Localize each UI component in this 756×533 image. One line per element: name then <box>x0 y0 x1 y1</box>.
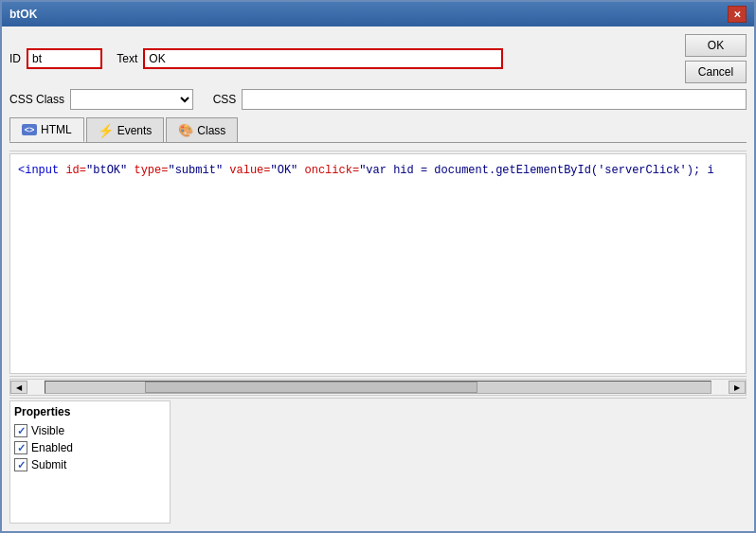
properties-box: Properties ✓ Visible ✓ Enabled <box>9 400 171 524</box>
submit-checkbox[interactable]: ✓ <box>14 458 27 471</box>
code-line-1: <input id="btOK" type="submit" value="OK… <box>18 162 738 179</box>
ok-button[interactable]: OK <box>685 34 747 57</box>
scrollbar-track <box>45 381 711 394</box>
code-attr-id: id= <box>65 164 86 177</box>
separator-bottom <box>9 376 747 377</box>
tab-html[interactable]: <> HTML <box>9 117 84 142</box>
scrollbar-thumb[interactable] <box>145 382 477 393</box>
html-icon: <> <box>22 122 37 137</box>
tab-html-label: HTML <box>41 123 72 136</box>
tab-events[interactable]: ⚡ Events <box>86 117 165 142</box>
title-bar: btOK ✕ <box>2 2 754 27</box>
top-row: ID Text OK Cancel <box>9 34 747 83</box>
title-bar-buttons: ✕ <box>728 6 747 23</box>
scroll-right-button[interactable]: ▶ <box>729 381 746 394</box>
css-value-input[interactable] <box>242 89 747 110</box>
class-icon: 🎨 <box>178 123 193 138</box>
css-label: CSS <box>213 93 237 106</box>
window: btOK ✕ ID Text OK Cancel CSS Class <box>0 0 756 533</box>
window-title: btOK <box>9 8 37 21</box>
code-area: <input id="btOK" type="submit" value="OK… <box>9 153 747 374</box>
tabs-container: <> HTML ⚡ Events 🎨 Class <box>9 117 747 143</box>
action-buttons: OK Cancel <box>685 34 747 83</box>
code-attr-value: value= <box>229 164 270 177</box>
enabled-checkbox[interactable]: ✓ <box>14 441 27 454</box>
cancel-button[interactable]: Cancel <box>685 61 747 83</box>
horizontal-scrollbar[interactable]: ◀ ▶ <box>9 379 747 396</box>
css-class-label: CSS Class <box>9 93 64 106</box>
code-val-type: "submit" <box>168 164 229 177</box>
visible-checkbox[interactable]: ✓ <box>14 424 27 437</box>
text-input[interactable] <box>143 48 503 69</box>
properties-title: Properties <box>14 405 166 418</box>
separator-2 <box>9 398 747 399</box>
tab-class[interactable]: 🎨 Class <box>166 117 238 142</box>
css-class-dropdown[interactable] <box>70 89 193 110</box>
text-label: Text <box>117 52 137 65</box>
visible-label: Visible <box>31 424 64 437</box>
code-attr-type: type= <box>134 164 168 177</box>
submit-checkmark: ✓ <box>17 459 26 471</box>
submit-label: Submit <box>31 458 66 471</box>
content-area: ID Text OK Cancel CSS Class CSS <box>2 27 754 531</box>
scroll-left-button[interactable]: ◀ <box>10 381 27 394</box>
id-input[interactable] <box>27 48 102 69</box>
code-val-value: "OK" <box>271 164 305 177</box>
events-icon: ⚡ <box>99 123 114 138</box>
code-val-id: "btOK" <box>86 164 134 177</box>
close-button[interactable]: ✕ <box>728 6 747 23</box>
second-row: CSS Class CSS <box>9 89 747 110</box>
separator-top <box>9 151 747 151</box>
code-attr-onclick: onclick= <box>305 164 360 177</box>
html-tab-content: <input id="btOK" type="submit" value="OK… <box>9 149 747 524</box>
visible-checkmark: ✓ <box>17 425 26 437</box>
tab-events-label: Events <box>117 124 153 137</box>
bottom-section: Properties ✓ Visible ✓ Enabled <box>9 400 747 524</box>
property-enabled: ✓ Enabled <box>14 439 166 456</box>
property-visible: ✓ Visible <box>14 422 166 439</box>
enabled-label: Enabled <box>31 441 73 454</box>
property-submit: ✓ Submit <box>14 456 166 473</box>
id-label: ID <box>9 52 21 65</box>
enabled-checkmark: ✓ <box>17 442 26 454</box>
tab-class-label: Class <box>197 124 225 137</box>
code-val-onclick: "var hid = document.getElementById('serv… <box>359 164 713 177</box>
code-tag-open: <input <box>18 164 65 177</box>
